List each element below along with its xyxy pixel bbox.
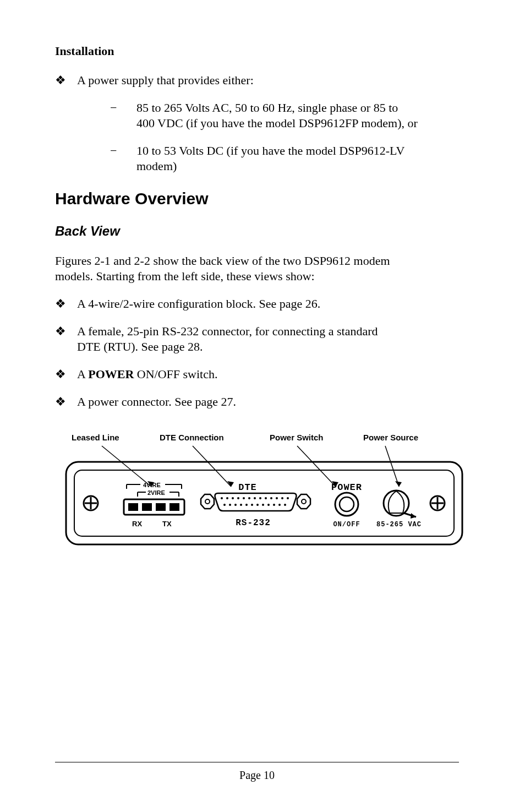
svg-point-30 [259, 497, 261, 499]
svg-point-31 [265, 497, 267, 499]
leader-line [102, 446, 151, 487]
heading-back-view: Back View [55, 224, 459, 239]
power-switch: POWER ON/OFF [331, 482, 362, 528]
label-onoff: ON/OFF [333, 521, 360, 528]
heading-hardware-overview: Hardware Overview [55, 189, 459, 208]
panel-outer-frame [66, 462, 462, 544]
bullet-diamond-icon: ❖ [55, 367, 77, 382]
bullet-diamond-icon: ❖ [55, 394, 77, 410]
bullet-item: ❖ A POWER ON/OFF switch. [55, 367, 459, 382]
line: 10 to 53 Volts DC (if you have the model… [136, 144, 404, 157]
line: A female, 25-pin RS-232 connector, for c… [77, 324, 378, 338]
label-tx: TX [162, 520, 172, 528]
screw-icon [84, 496, 98, 510]
leader-line [385, 446, 399, 487]
wire-config-block: 4VIRE 2VIRE RX TX [124, 482, 184, 528]
sub-bullet-item: − 10 to 53 Volts DC (if you have the mod… [110, 143, 459, 174]
svg-marker-19 [201, 494, 214, 509]
page-footer: Page 10 [55, 762, 459, 782]
label-power-switch: Power Switch [270, 433, 324, 442]
back-view-diagram: Leased Line DTE Connection Power Switch … [55, 432, 473, 569]
sub-bullet-text: 10 to 53 Volts DC (if you have the model… [136, 143, 459, 174]
label-vac: 85-265 VAC [376, 521, 422, 528]
svg-point-44 [267, 504, 270, 506]
svg-point-32 [270, 497, 272, 499]
bullet-text: A 4-wire/2-wire configuration block. See… [77, 296, 459, 312]
bullet-item: ❖ A 4-wire/2-wire configuration block. S… [55, 296, 459, 312]
bullet-diamond-icon: ❖ [55, 296, 77, 312]
screw-icon [430, 496, 445, 510]
bullet-diamond-icon: ❖ [55, 324, 77, 355]
power-connector: 85-265 VAC [376, 491, 422, 528]
svg-point-34 [281, 497, 283, 499]
svg-point-42 [256, 504, 259, 506]
label-leased-line: Leased Line [72, 433, 119, 442]
svg-point-38 [234, 504, 237, 506]
text-pre: A [77, 367, 88, 381]
bullet-text: A female, 25-pin RS-232 connector, for c… [77, 324, 459, 355]
svg-point-41 [251, 504, 253, 506]
line: 85 to 265 Volts AC, 50 to 60 Hz, single … [136, 101, 398, 115]
svg-point-45 [273, 504, 275, 506]
label-power: POWER [331, 482, 362, 493]
bullet-item: ❖ A power supply that provides either: [55, 73, 459, 88]
arrowhead-icon [395, 481, 402, 487]
sub-bullet-text: 85 to 265 Volts AC, 50 to 60 Hz, single … [136, 100, 459, 131]
svg-marker-21 [297, 494, 310, 509]
svg-point-47 [284, 504, 286, 506]
label-dte: DTE [238, 482, 257, 493]
bullet-text: A POWER ON/OFF switch. [77, 367, 459, 382]
dash-icon: − [110, 143, 136, 174]
svg-point-40 [245, 504, 248, 506]
svg-point-28 [248, 497, 250, 499]
bullet-text: A power supply that provides either: [77, 73, 459, 88]
label-4wire: 4VIRE [143, 482, 161, 488]
label-rs232: RS-232 [236, 518, 271, 528]
leader-line [193, 446, 231, 487]
svg-point-25 [232, 497, 234, 499]
svg-point-26 [237, 497, 239, 499]
svg-point-43 [262, 504, 264, 506]
line: models. Starting from the left side, the… [55, 269, 315, 283]
svg-point-33 [276, 497, 278, 499]
label-dte-connection: DTE Connection [160, 433, 224, 442]
section-header: Installation [55, 44, 459, 58]
svg-point-49 [340, 497, 354, 511]
label-power-source: Power Source [363, 433, 418, 442]
svg-point-46 [278, 504, 281, 506]
svg-point-37 [229, 504, 231, 506]
svg-point-22 [302, 499, 306, 504]
svg-point-20 [205, 499, 210, 504]
dash-icon: − [110, 100, 136, 131]
hex-screw-icon [201, 494, 214, 509]
text-post: ON/OFF switch. [134, 367, 217, 381]
bullet-item: ❖ A power connector. See page 27. [55, 394, 459, 410]
label-rx: RX [132, 520, 142, 528]
dte-connector: DTE RS-232 [201, 482, 310, 528]
line: Figures 2-1 and 2-2 show the back view o… [55, 254, 390, 268]
svg-point-29 [254, 497, 256, 499]
svg-rect-17 [156, 503, 166, 511]
label-2wire: 2VIRE [147, 489, 165, 496]
svg-point-27 [243, 497, 245, 499]
svg-point-24 [226, 497, 228, 499]
line: 400 VDC (if you have the model DSP9612FP… [136, 116, 418, 130]
svg-rect-15 [128, 503, 138, 511]
leader-line [297, 446, 336, 487]
svg-point-50 [384, 491, 409, 516]
svg-point-35 [287, 497, 289, 499]
line: modem) [136, 159, 177, 173]
svg-point-39 [240, 504, 242, 506]
svg-point-48 [335, 493, 358, 516]
bullet-diamond-icon: ❖ [55, 73, 77, 88]
svg-point-36 [223, 504, 226, 506]
bullet-item: ❖ A female, 25-pin RS-232 connector, for… [55, 324, 459, 355]
hex-screw-icon [297, 494, 310, 509]
paragraph: Figures 2-1 and 2-2 show the back view o… [55, 253, 459, 284]
sub-bullet-item: − 85 to 265 Volts AC, 50 to 60 Hz, singl… [110, 100, 459, 131]
svg-rect-18 [169, 503, 179, 511]
svg-rect-16 [142, 503, 152, 511]
text-bold: POWER [88, 367, 134, 381]
line: DTE (RTU). See page 28. [77, 340, 203, 353]
svg-point-23 [221, 497, 223, 499]
